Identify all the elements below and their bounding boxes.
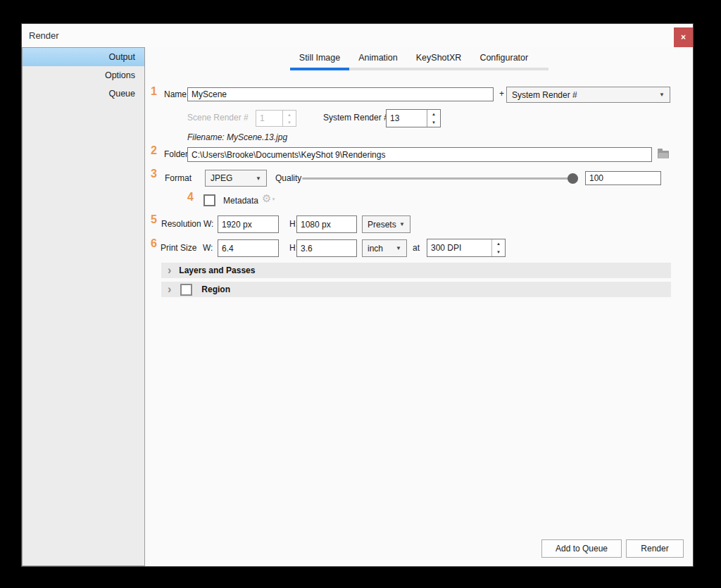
print-height-input[interactable] (296, 239, 357, 257)
metadata-label: Metadata (223, 196, 258, 206)
screen-background: Render × Output Options Queue Still Imag… (0, 0, 721, 588)
tab-bar: Still Image Animation KeyShotXR Configur… (146, 51, 693, 70)
chevron-down-icon: ▼ (271, 197, 275, 201)
unit-value: inch (363, 244, 396, 254)
section-region[interactable]: › Region (161, 282, 671, 297)
close-icon: × (681, 32, 686, 42)
scene-render-label: Scene Render # (187, 113, 249, 123)
quality-slider-track[interactable] (302, 177, 570, 180)
sidebar-item-options[interactable]: Options (23, 66, 144, 85)
format-dropdown[interactable]: JPEG ▼ (205, 170, 267, 187)
unit-dropdown[interactable]: inch ▼ (362, 239, 407, 257)
spinner-down-icon[interactable]: ▼ (492, 248, 505, 256)
system-render-spinner[interactable]: 13 ▲ ▼ (386, 109, 441, 127)
folder-browse-icon[interactable] (658, 151, 669, 158)
tab-still-image[interactable]: Still Image (290, 51, 349, 70)
region-checkbox[interactable] (180, 284, 192, 296)
layers-passes-title: Layers and Passes (179, 265, 255, 275)
folder-input[interactable] (187, 147, 652, 162)
sidebar: Output Options Queue (22, 47, 145, 566)
add-to-queue-button[interactable]: Add to Queue (541, 539, 622, 558)
step-marker-6: 6 (151, 237, 157, 250)
format-label: Format (165, 173, 192, 183)
chevron-right-icon: › (168, 284, 171, 295)
sidebar-item-output[interactable]: Output (23, 48, 144, 66)
tab-keyshotxr[interactable]: KeyShotXR (407, 51, 471, 70)
gear-icon: ⚙ (262, 192, 271, 204)
spinner-up-icon[interactable]: ▲ (427, 110, 440, 118)
resolution-height-input[interactable] (296, 215, 357, 233)
scene-render-value: 1 (256, 111, 282, 126)
resolution-w-label: W: (203, 219, 213, 229)
dpi-value: 300 DPI (427, 239, 491, 256)
metadata-settings-gear-icon[interactable]: ⚙▼ (262, 192, 275, 205)
spinner-down-icon: ▼ (283, 118, 296, 126)
system-render-label: System Render # (323, 113, 389, 123)
system-render-value: 13 (387, 110, 427, 127)
dpi-spinner[interactable]: 300 DPI ▲ ▼ (427, 239, 506, 257)
step-marker-5: 5 (151, 213, 157, 226)
window-title: Render (29, 30, 59, 41)
spinner-up-icon: ▲ (283, 111, 296, 118)
quality-label: Quality (275, 173, 301, 183)
format-value: JPEG (206, 173, 256, 183)
scene-render-spin-buttons: ▲ ▼ (282, 111, 296, 126)
chevron-down-icon: ▼ (399, 221, 410, 227)
render-dialog: Render × Output Options Queue Still Imag… (21, 23, 694, 567)
chevron-right-icon: › (168, 265, 171, 276)
close-button[interactable]: × (674, 27, 693, 47)
title-bar[interactable]: Render × (22, 24, 693, 47)
quality-slider-handle[interactable] (568, 173, 578, 184)
name-label: Name (164, 89, 187, 99)
at-label: at (413, 243, 420, 253)
chevron-down-icon: ▼ (659, 92, 670, 98)
resolution-label: Resolution (161, 219, 201, 229)
print-width-input[interactable] (218, 239, 279, 257)
print-size-label: Print Size (161, 243, 196, 253)
name-suffix-value: System Render # (507, 90, 659, 100)
metadata-checkbox[interactable] (203, 194, 215, 206)
presets-dropdown[interactable]: Presets ▼ (362, 215, 410, 233)
step-marker-3: 3 (151, 168, 157, 180)
tab-configurator[interactable]: Configurator (470, 51, 537, 70)
tab-animation[interactable]: Animation (349, 51, 407, 70)
name-input[interactable] (187, 87, 494, 101)
sidebar-item-queue[interactable]: Queue (23, 85, 144, 103)
main-panel: Still Image Animation KeyShotXR Configur… (146, 47, 693, 566)
quality-input[interactable] (585, 171, 661, 185)
print-w-label: W: (203, 243, 213, 253)
render-button[interactable]: Render (626, 539, 684, 558)
step-marker-1: 1 (151, 85, 157, 98)
region-title: Region (201, 284, 230, 294)
dpi-spin-buttons[interactable]: ▲ ▼ (491, 239, 505, 256)
name-suffix-dropdown[interactable]: System Render # ▼ (506, 87, 670, 103)
system-render-spin-buttons[interactable]: ▲ ▼ (427, 110, 440, 127)
step-marker-2: 2 (151, 144, 157, 157)
scene-render-spinner: 1 ▲ ▼ (256, 110, 296, 127)
chevron-down-icon: ▼ (396, 245, 406, 251)
step-marker-4: 4 (187, 191, 194, 204)
filename-text: Filename: MyScene.13.jpg (187, 132, 287, 142)
spinner-down-icon[interactable]: ▼ (427, 118, 440, 127)
section-layers-and-passes[interactable]: › Layers and Passes (161, 263, 671, 278)
spinner-up-icon[interactable]: ▲ (492, 239, 505, 248)
presets-label: Presets (363, 220, 399, 230)
tab-underline-spacer (537, 51, 548, 70)
chevron-down-icon: ▼ (256, 175, 266, 182)
plus-label: + (499, 89, 504, 99)
resolution-width-input[interactable] (218, 215, 279, 233)
folder-label: Folder (164, 149, 188, 159)
